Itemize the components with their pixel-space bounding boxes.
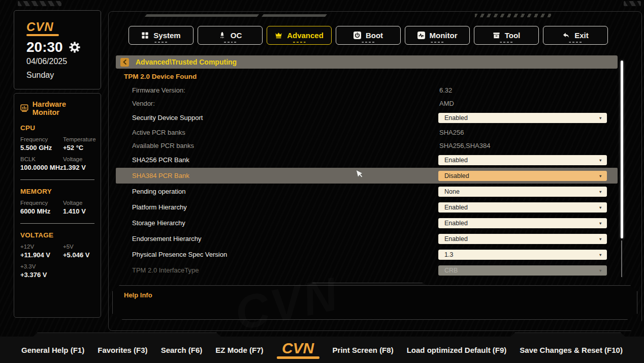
help-title: Help Info <box>113 286 637 299</box>
top-deco-bar <box>145 14 327 17</box>
dropdown-select[interactable]: Enabled▼ <box>438 234 607 244</box>
hw-metric-grid: +12V+11.904 V+5V+5.046 V+3.3V+3.376 V <box>20 244 94 279</box>
bios-screen: CVN 20:30 04/06/2025 Sunday Hardware Mon… <box>0 0 644 363</box>
scrollbar-thumb[interactable] <box>621 60 623 238</box>
hardware-monitor-title: Hardware Monitor <box>33 100 94 116</box>
chevron-down-icon: ▼ <box>599 236 602 241</box>
dropdown-select[interactable]: Enabled▼ <box>438 218 607 228</box>
footer-shortcut[interactable]: EZ Mode (F7) <box>215 346 263 354</box>
dropdown-value: Enabled <box>444 204 468 211</box>
setting-label: TPM 2.0 InterfaceType <box>132 266 199 274</box>
setting-row: Endorsement HierarchyEnabled▼ <box>116 231 618 247</box>
gear-icon <box>68 41 81 54</box>
dropdown-select[interactable]: Disabled▼ <box>438 171 607 181</box>
dropdown-value: None <box>444 188 460 195</box>
setting-label: Pending operation <box>132 188 186 195</box>
tab-label: OC <box>231 31 242 40</box>
dropdown-select[interactable]: Enabled▼ <box>438 155 607 165</box>
tab-monitor[interactable]: Monitor <box>405 26 470 45</box>
hw-metric: Voltage1.410 V <box>63 200 94 215</box>
exit-icon <box>562 32 570 39</box>
setting-row: Vendor:AMD <box>116 97 618 110</box>
footer-shortcut[interactable]: Load optimized Default (F9) <box>407 346 507 354</box>
setting-label: Available PCR banks <box>132 142 194 149</box>
footer-shortcut[interactable]: Search (F6) <box>161 346 203 354</box>
tab-bar: SystemOCAdvancedBootMonitorToolExit <box>128 26 608 45</box>
dropdown-select[interactable]: None▼ <box>438 187 607 197</box>
setting-row: Storage HierarchyEnabled▼ <box>116 215 618 231</box>
dropdown-value: Enabled <box>444 157 468 164</box>
metric-label: BCLK <box>20 156 63 162</box>
footer-shortcut[interactable]: Print Screen (F8) <box>333 346 394 354</box>
hw-metric: Frequency5.500 GHz <box>20 136 63 152</box>
metric-value: 5.500 GHz <box>20 144 63 152</box>
tab-tool[interactable]: Tool <box>474 26 539 45</box>
tab-label: Monitor <box>430 31 458 40</box>
chevron-down-icon: ▼ <box>599 115 602 120</box>
back-chevron-icon[interactable] <box>120 58 129 67</box>
settings-list: Firmware Version:6.32Vendor:AMDSecurity … <box>116 83 618 278</box>
chevron-down-icon: ▼ <box>599 268 602 273</box>
metric-label: Frequency <box>20 136 63 142</box>
dropdown-select[interactable]: Enabled▼ <box>438 113 607 123</box>
setting-label: SHA384 PCR Bank <box>132 172 189 179</box>
tab-advanced[interactable]: Advanced <box>267 26 332 45</box>
setting-row: Security Device SupportEnabled▼ <box>116 110 618 126</box>
hw-metric: BCLK100.0000 MHz <box>20 156 63 171</box>
setting-label: Physical Presence Spec Version <box>132 251 227 258</box>
tab-label: System <box>153 31 180 40</box>
section-divider <box>20 179 94 180</box>
breadcrumb-label: Advanced\Trusted Computing <box>136 58 237 66</box>
setting-row: Firmware Version:6.32 <box>116 83 618 97</box>
chevron-down-icon: ▼ <box>599 252 602 257</box>
tab-exit[interactable]: Exit <box>543 26 608 45</box>
setting-label: Platform Hierarchy <box>132 203 187 211</box>
dropdown-value: CRB <box>444 267 458 274</box>
hw-metric: +3.3V+3.376 V <box>20 263 63 279</box>
dropdown-value: Disabled <box>444 172 469 179</box>
metric-value: +11.904 V <box>20 251 63 259</box>
footer-shortcut[interactable]: General Help (F1) <box>21 346 84 354</box>
toolbox-icon <box>493 32 500 39</box>
grid-icon <box>141 32 149 39</box>
metric-label: +5V <box>63 244 94 250</box>
setting-value: SHA256,SHA384 <box>439 142 490 149</box>
footer-bar: General Help (F1)Favorites (F3)Search (F… <box>0 337 644 363</box>
tab-system[interactable]: System <box>128 26 194 45</box>
hw-section-title: VOLTAGE <box>20 231 94 239</box>
hw-section-title: CPU <box>20 124 94 132</box>
setting-row: Active PCR banksSHA256 <box>116 126 618 139</box>
metric-value: 1.392 V <box>63 164 96 171</box>
help-panel: Help Info <box>112 285 637 320</box>
metric-label: Frequency <box>20 200 63 206</box>
footer-shortcut[interactable]: Save Changes & Reset (F10) <box>520 346 623 354</box>
metric-label: +3.3V <box>20 263 63 269</box>
hw-metric: Voltage1.392 V <box>63 156 96 171</box>
hardware-monitor-panel: Hardware Monitor CPUFrequency5.500 GHzTe… <box>14 93 101 318</box>
setting-label: Storage Hierarchy <box>132 219 185 227</box>
footer-shortcut[interactable]: Favorites (F3) <box>98 346 147 354</box>
dropdown-select[interactable]: Enabled▼ <box>438 202 607 213</box>
metric-label: +12V <box>20 244 63 250</box>
setting-row: TPM 2.0 InterfaceTypeCRB▼ <box>116 262 618 278</box>
hazard-stripes <box>624 1 641 6</box>
chevron-down-icon: ▼ <box>599 158 602 162</box>
tab-label: Advanced <box>287 31 324 40</box>
hw-metric: Frequency6000 MHz <box>20 200 63 215</box>
rocket-icon <box>218 32 226 39</box>
dropdown-value: Enabled <box>444 235 468 243</box>
dropdown-select[interactable]: 1.3▼ <box>438 250 607 260</box>
power-icon <box>353 32 361 39</box>
metric-label: Voltage <box>63 156 96 162</box>
tab-boot[interactable]: Boot <box>336 26 401 45</box>
footer-logo-underline <box>277 356 319 359</box>
tab-label: Tool <box>505 31 521 40</box>
dropdown-select: CRB▼ <box>438 265 607 276</box>
scrollbar-track <box>621 240 622 277</box>
metric-value: 1.410 V <box>63 207 94 215</box>
setting-label: Active PCR banks <box>132 129 185 136</box>
tab-oc[interactable]: OC <box>198 26 263 45</box>
crown-icon <box>275 32 282 39</box>
top-deco-slashes <box>475 14 551 17</box>
hw-metric-grid: Frequency5.500 GHzTemperature+52 °CBCLK1… <box>20 136 94 171</box>
